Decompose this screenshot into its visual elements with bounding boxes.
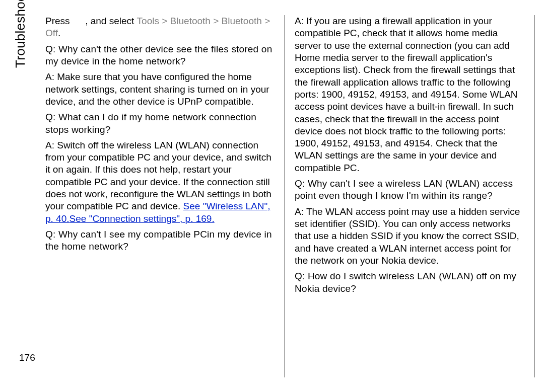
question-3: Q: Why can't I see my compatible PCin my… xyxy=(45,228,275,253)
answer-1: A: Make sure that you have configured th… xyxy=(45,71,275,108)
menu-bluetooth: Bluetooth xyxy=(170,16,211,26)
link-connection-settings[interactable]: See "Connection settings", p. 169. xyxy=(70,213,215,224)
question-5: Q: How do I switch wireless LAN (WLAN) o… xyxy=(295,270,524,295)
question-4: Q: Why can't I see a wireless LAN (WLAN)… xyxy=(295,178,524,202)
menu-sep: > xyxy=(159,16,170,26)
page-number: 176 xyxy=(19,352,35,364)
question-2: Q: What can I do if my home network conn… xyxy=(45,111,275,136)
text-andselect: , and select xyxy=(83,16,137,26)
answer-2: A: Switch off the wireless LAN (WLAN) co… xyxy=(45,139,275,225)
menu-sep: > xyxy=(211,16,222,26)
section-label: Troubleshooting xyxy=(12,0,29,68)
instruction-bluetooth-off: Press , and select Tools > Bluetooth > B… xyxy=(45,15,275,40)
menu-off: Off xyxy=(45,28,58,38)
menu-sep: > xyxy=(262,16,270,26)
question-1: Q: Why can't the other device see the fi… xyxy=(45,43,275,68)
menu-tools: Tools xyxy=(137,16,159,26)
menu-key-icon xyxy=(73,18,83,24)
menu-bluetooth2: Bluetooth xyxy=(222,16,262,26)
document-page: Troubleshooting 176 Press , and select T… xyxy=(0,0,544,392)
text-columns: Press , and select Tools > Bluetooth > B… xyxy=(45,15,524,377)
answer-3: A: If you are using a firewall applicati… xyxy=(295,15,524,174)
answer-4: A: The WLAN access point may use a hidde… xyxy=(295,206,524,267)
text-press: Press xyxy=(45,16,73,26)
text-period: . xyxy=(58,28,60,38)
